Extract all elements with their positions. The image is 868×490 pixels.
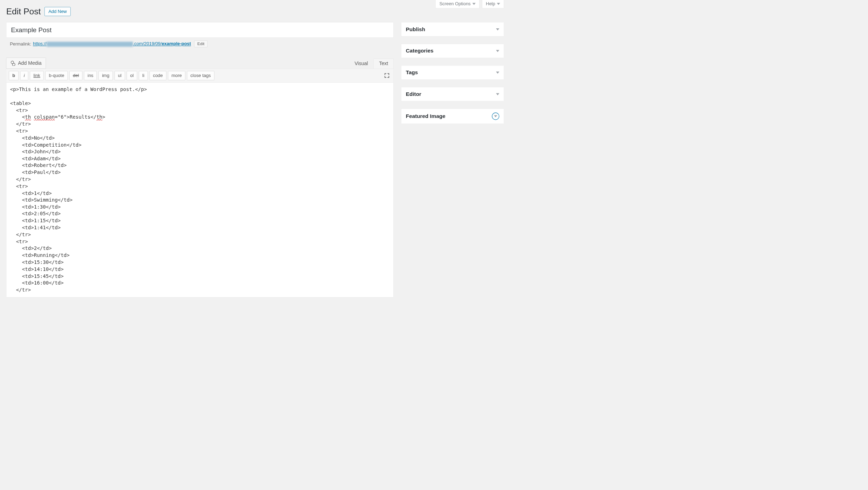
screen-options-label: Screen Options	[439, 1, 470, 7]
help-button[interactable]: Help	[482, 0, 504, 8]
qt-code-button[interactable]: code	[150, 71, 166, 80]
post-title-input[interactable]	[6, 22, 394, 37]
chevron-down-icon	[496, 93, 499, 95]
tab-text[interactable]: Text	[373, 58, 394, 69]
postbox-editor-title: Editor	[406, 91, 421, 97]
postbox-tags-title: Tags	[406, 69, 418, 76]
permalink-label: Permalink:	[10, 41, 31, 47]
postbox-featured-image: Featured Image	[401, 108, 504, 124]
qt-li-button[interactable]: li	[139, 71, 148, 80]
qt-more-button[interactable]: more	[168, 71, 185, 80]
postbox-categories: Categories	[401, 44, 504, 58]
postbox-publish: Publish	[401, 22, 504, 36]
add-media-button[interactable]: Add Media	[6, 58, 46, 69]
chevron-down-icon	[496, 71, 499, 74]
permalink-row: Permalink: https://.com/2019/09/example-…	[6, 38, 394, 48]
media-icon	[11, 61, 16, 66]
chevron-down-icon	[496, 50, 499, 52]
add-new-button[interactable]: Add New	[44, 7, 71, 16]
edit-permalink-button[interactable]: Edit	[194, 41, 207, 47]
quicktags-toolbar: b i link b-quote del ins img ul ol li co…	[6, 69, 393, 83]
postbox-categories-title: Categories	[406, 48, 434, 54]
postbox-editor-header[interactable]: Editor	[401, 87, 504, 101]
qt-ins-button[interactable]: ins	[84, 71, 97, 80]
permalink-blurred-domain	[47, 42, 133, 47]
postbox-tags: Tags	[401, 65, 504, 80]
chevron-down-icon	[472, 3, 475, 5]
post-content-textarea[interactable]: <p>This is an example of a WordPress pos…	[6, 83, 393, 298]
page-title: Edit Post	[6, 7, 41, 16]
qt-italic-button[interactable]: i	[20, 71, 28, 80]
chevron-down-icon	[497, 3, 500, 5]
qt-ol-button[interactable]: ol	[127, 71, 137, 80]
qt-bold-button[interactable]: b	[9, 71, 19, 80]
qt-bquote-button[interactable]: b-quote	[46, 71, 68, 80]
postbox-editor: Editor	[401, 87, 504, 102]
postbox-categories-header[interactable]: Categories	[401, 44, 504, 58]
chevron-down-icon	[496, 28, 499, 30]
add-media-label: Add Media	[18, 60, 41, 66]
postbox-featured-image-title: Featured Image	[406, 113, 446, 119]
qt-closetags-button[interactable]: close tags	[187, 71, 214, 80]
postbox-publish-title: Publish	[406, 26, 425, 33]
screen-options-button[interactable]: Screen Options	[435, 0, 480, 8]
editor-box: b i link b-quote del ins img ul ol li co…	[6, 69, 394, 297]
help-label: Help	[486, 1, 495, 7]
postbox-tags-header[interactable]: Tags	[401, 66, 504, 79]
postbox-featured-image-header[interactable]: Featured Image	[401, 109, 504, 124]
chevron-down-icon	[492, 113, 499, 120]
permalink-link[interactable]: https://.com/2019/09/example-post	[33, 41, 191, 47]
fullscreen-icon[interactable]	[383, 71, 391, 80]
tab-visual[interactable]: Visual	[349, 58, 373, 69]
postbox-publish-header[interactable]: Publish	[401, 22, 504, 36]
qt-img-button[interactable]: img	[98, 71, 113, 80]
qt-link-button[interactable]: link	[30, 71, 43, 80]
qt-del-button[interactable]: del	[69, 71, 82, 80]
qt-ul-button[interactable]: ul	[115, 71, 125, 80]
